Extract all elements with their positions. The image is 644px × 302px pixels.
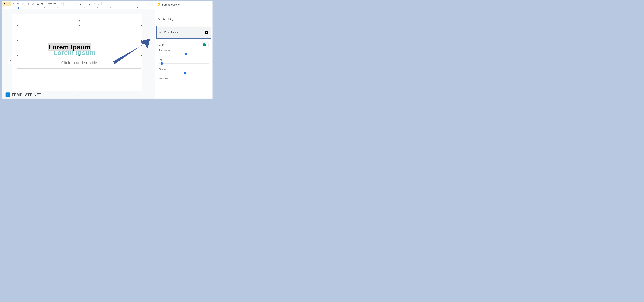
watermark-strong: TEMPLATE [12,93,32,97]
transparency-label: Transparency [159,49,209,51]
filmstrip-grip[interactable]: • • • [75,95,80,97]
svg-rect-17 [158,3,160,4]
section-text-fitting[interactable]: ❯ Text fitting [155,14,212,25]
resize-handle-ne[interactable] [140,25,142,26]
resize-handle-e[interactable] [140,40,142,41]
slider-track [159,63,209,64]
watermark: T TEMPLATE.NET [6,92,42,97]
ruler-tick: 5 [84,7,84,8]
ruler-tick: 2 [44,7,45,8]
rotation-handle[interactable] [78,20,80,22]
chevron-down-icon: ▼ [206,44,208,46]
panel-title: Format options [162,3,206,6]
ruler-tick: 9 [137,7,138,8]
resize-handle-n[interactable] [78,25,80,26]
color-swatch [203,43,206,46]
font-name: Russo One [47,3,56,5]
shape-tool[interactable]: ▼ [16,2,20,6]
color-label: Color [159,44,164,46]
resize-handle-se[interactable] [140,55,142,56]
svg-rect-5 [18,4,19,5]
resize-handle-sw[interactable] [17,55,18,56]
border-color-tool[interactable] [31,2,35,6]
line-tool[interactable]: ▼ [21,2,25,6]
italic-button[interactable]: I [83,2,87,6]
fill-color-tool[interactable] [26,2,31,6]
watermark-logo: T [6,92,10,97]
select-tool[interactable] [2,2,7,6]
slider-track [159,54,209,54]
font-size-group: − + [65,2,77,6]
app-frame: T ▼ ▼ ▼ Russo One ▼ − + B I U A ⋯ ︿ [2,1,212,98]
subtitle-textbox[interactable]: Click to add subtitle [17,57,141,68]
slide[interactable]: Lorem Ipsum Lorem Ipsum Click to add sub… [12,14,142,91]
indent-marker-bottom[interactable] [18,8,19,9]
chevron-down-icon: ❯ [159,31,162,34]
slider-thumb[interactable] [184,53,187,55]
underline-button[interactable]: U [87,2,92,6]
shadow-color-button[interactable]: ▼ [202,42,209,47]
slider-thumb[interactable] [160,62,163,65]
section-label: Drop shadow [164,31,178,34]
border-dash-tool[interactable] [40,2,44,6]
canvas-area[interactable]: Lorem Ipsum Lorem Ipsum Click to add sub… [2,10,155,98]
ruler-tick: 7 [110,7,111,8]
separator [78,2,78,6]
ruler-tick: 6 [97,7,98,8]
format-panel: Format options ✕ ❯ Text fitting ❯ Drop s… [155,1,212,98]
font-size-input[interactable] [68,2,74,6]
angle-slider[interactable] [159,61,209,66]
chevron-right-icon: ❯ [158,18,160,21]
watermark-thin: .NET [32,93,42,97]
svg-line-6 [22,3,24,5]
distance-label: Distance [159,68,209,70]
textbox-tool[interactable]: T [7,2,12,6]
subtitle-placeholder: Click to add subtitle [61,60,97,65]
section-drop-shadow[interactable]: ❯ Drop shadow ✔ [156,26,212,39]
ruler-tick: 3 [58,7,58,8]
title-text[interactable]: Lorem Ipsum [48,43,91,51]
highlight-color-button[interactable] [96,2,101,6]
drop-shadow-checkbox[interactable]: ✔ [205,31,208,34]
indent-marker-top[interactable] [18,7,19,8]
section-label: Text fitting [163,18,174,21]
image-tool[interactable]: ▼ [12,2,16,6]
scroll-up-arrow[interactable]: ▲ [152,10,154,12]
svg-rect-18 [158,5,159,6]
ruler-tick: 1 [31,7,32,8]
svg-text:T: T [9,3,10,5]
slider-thumb[interactable] [184,72,186,74]
more-tools-button[interactable]: ⋯ [102,2,106,6]
ruler-tick: 4 [71,7,71,8]
font-select[interactable]: Russo One ▼ [46,2,64,6]
transparency-slider[interactable] [159,52,209,56]
svg-point-3 [13,3,14,4]
panel-header: Format options ✕ [155,1,212,8]
drop-shadow-options: Color ▼ Transparency Angle Distance [155,40,212,80]
blur-radius-label: Blur Radius [159,78,209,80]
resize-handle-nw[interactable] [17,25,18,26]
angle-label: Angle [159,58,209,61]
chevron-down-icon: ▼ [61,3,62,4]
resize-handle-w[interactable] [17,40,18,41]
increase-font-button[interactable]: + [74,2,77,6]
text-color-button[interactable]: A [92,2,96,6]
decrease-font-button[interactable]: − [65,2,68,6]
svg-point-4 [18,3,19,4]
close-panel-button[interactable]: ✕ [208,3,210,6]
ruler-tick: 8 [124,7,124,8]
border-weight-tool[interactable] [36,2,40,6]
title-textbox[interactable]: Lorem Ipsum Lorem Ipsum [17,25,141,56]
paint-roller-icon [157,3,160,7]
distance-slider[interactable] [159,71,209,75]
bold-button[interactable]: B [78,2,83,6]
color-option-row: Color ▼ [159,42,209,47]
